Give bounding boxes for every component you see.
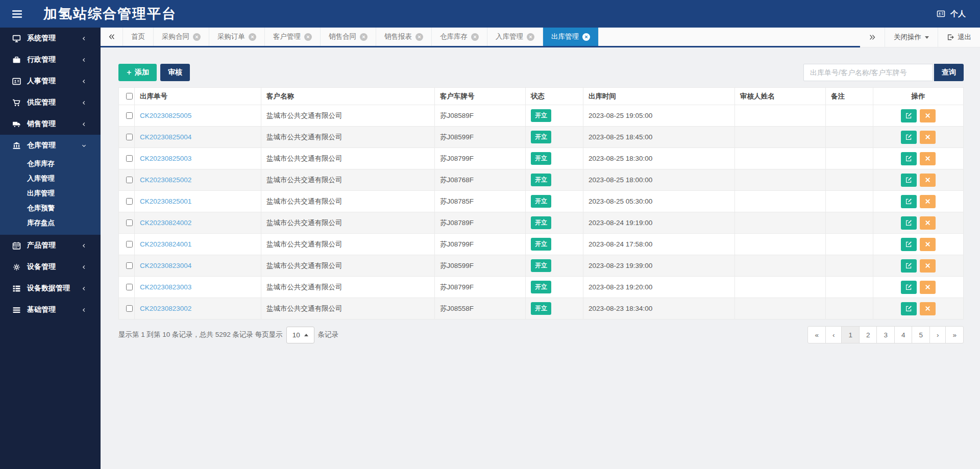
sidebar-item[interactable]: 产品管理 <box>0 235 101 256</box>
tab-close-icon[interactable]: × <box>304 33 312 41</box>
row-checkbox[interactable] <box>126 112 133 119</box>
close-actions-dropdown[interactable]: 关闭操作 <box>885 28 938 47</box>
tabs-scroll-right-button[interactable] <box>860 28 885 47</box>
pagination-next-button[interactable]: › <box>929 326 946 343</box>
edit-button[interactable] <box>901 302 917 315</box>
edit-button[interactable] <box>901 109 917 122</box>
customer-cell: 盐城市公共交通有限公司 <box>261 191 435 212</box>
pagination-first-button[interactable]: « <box>807 326 826 343</box>
user-menu[interactable]: 个人 <box>936 9 966 19</box>
sidebar-subitem[interactable]: 仓库库存 <box>0 156 101 171</box>
pagination-page-button[interactable]: 4 <box>894 326 913 343</box>
order-link[interactable]: CK20230823003 <box>140 283 191 291</box>
edit-button[interactable] <box>901 281 917 294</box>
edit-button[interactable] <box>901 195 917 208</box>
tab-close-icon[interactable]: × <box>360 33 368 41</box>
delete-button[interactable] <box>920 174 936 187</box>
sidebar-item[interactable]: 系统管理 <box>0 28 101 49</box>
delete-button[interactable] <box>920 109 936 122</box>
delete-button[interactable] <box>920 281 936 294</box>
delete-button[interactable] <box>920 259 936 273</box>
pagination-page-button[interactable]: 2 <box>859 326 877 343</box>
sidebar-item-label: 销售管理 <box>27 119 56 129</box>
row-checkbox[interactable] <box>126 241 133 248</box>
tab-item[interactable]: 采购合同× <box>154 28 209 46</box>
sidebar-toggle-icon[interactable] <box>12 10 22 18</box>
sidebar-item[interactable]: 人事管理 <box>0 70 101 92</box>
query-button[interactable]: 查询 <box>934 64 964 81</box>
tab-close-icon[interactable]: × <box>582 33 590 41</box>
select-all-checkbox[interactable] <box>126 93 133 100</box>
tab-item[interactable]: 采购订单× <box>209 28 265 46</box>
tab-item[interactable]: 销售报表× <box>376 28 432 46</box>
edit-button[interactable] <box>901 152 917 165</box>
sidebar-item[interactable]: 仓库管理 <box>0 135 101 156</box>
double-chevron-left-icon <box>108 33 115 40</box>
tab-item[interactable]: 出库管理× <box>543 28 599 46</box>
logout-button[interactable]: 退出 <box>938 28 980 47</box>
pagination-last-button[interactable]: » <box>945 326 964 343</box>
tab-close-icon[interactable]: × <box>471 33 479 41</box>
row-checkbox[interactable] <box>126 155 133 162</box>
search-input[interactable] <box>803 64 933 81</box>
tab-close-icon[interactable]: × <box>527 33 534 41</box>
plus-icon <box>126 69 132 76</box>
order-link[interactable]: CK20230825001 <box>140 198 191 205</box>
add-button[interactable]: 添加 <box>118 64 157 81</box>
pagination-page-button[interactable]: 3 <box>876 326 895 343</box>
sidebar-item[interactable]: 设备管理 <box>0 256 101 278</box>
sidebar-item[interactable]: 销售管理 <box>0 113 101 135</box>
edit-button[interactable] <box>901 216 917 230</box>
page-size-dropdown[interactable]: 10 <box>286 327 314 343</box>
delete-button[interactable] <box>920 238 936 251</box>
edit-button[interactable] <box>901 131 917 144</box>
row-checkbox[interactable] <box>126 305 133 312</box>
order-link[interactable]: CK20230825004 <box>140 133 191 141</box>
row-checkbox[interactable] <box>126 134 133 140</box>
row-checkbox[interactable] <box>126 284 133 290</box>
sidebar-subitem[interactable]: 出库管理 <box>0 186 101 201</box>
row-checkbox[interactable] <box>126 177 133 183</box>
sidebar-item[interactable]: 行政管理 <box>0 49 101 70</box>
tab-item[interactable]: 销售合同× <box>321 28 376 46</box>
delete-button[interactable] <box>920 302 936 315</box>
sidebar-subitem[interactable]: 入库管理 <box>0 171 101 186</box>
sidebar-subitem[interactable]: 仓库预警 <box>0 201 101 215</box>
tab-item[interactable]: 客户管理× <box>265 28 321 46</box>
sidebar-item[interactable]: 供应管理 <box>0 92 101 113</box>
edit-button[interactable] <box>901 174 917 187</box>
audit-button[interactable]: 审核 <box>160 64 190 81</box>
edit-icon <box>905 284 912 290</box>
order-link[interactable]: CK20230823004 <box>140 262 191 269</box>
sidebar-subitem[interactable]: 库存盘点 <box>0 215 101 230</box>
row-checkbox[interactable] <box>126 198 133 205</box>
tab-item[interactable]: 仓库库存× <box>432 28 487 46</box>
sidebar-group: 设备管理 <box>0 256 101 278</box>
order-link[interactable]: CK20230824002 <box>140 219 191 227</box>
delete-button[interactable] <box>920 216 936 230</box>
pagination-page-button[interactable]: 1 <box>841 326 860 343</box>
sidebar-item[interactable]: 设备数据管理 <box>0 278 101 299</box>
tab-close-icon[interactable]: × <box>415 33 423 41</box>
tab-close-icon[interactable]: × <box>193 33 201 41</box>
delete-button[interactable] <box>920 152 936 165</box>
order-link[interactable]: CK20230824001 <box>140 240 191 248</box>
edit-button[interactable] <box>901 238 917 251</box>
tab-item[interactable]: 入库管理× <box>487 28 543 46</box>
order-link[interactable]: CK20230825002 <box>140 176 191 184</box>
pagination-page-button[interactable]: 5 <box>912 326 930 343</box>
delete-button[interactable] <box>920 195 936 208</box>
sidebar-item[interactable]: 基础管理 <box>0 299 101 320</box>
pagination-prev-button[interactable]: ‹ <box>825 326 842 343</box>
order-link[interactable]: CK20230825003 <box>140 155 191 162</box>
chevron-left-icon <box>81 36 87 41</box>
tabs-scroll-left-button[interactable] <box>101 28 123 46</box>
row-checkbox[interactable] <box>126 219 133 226</box>
tab-close-icon[interactable]: × <box>249 33 256 41</box>
edit-button[interactable] <box>901 259 917 273</box>
order-link[interactable]: CK20230823002 <box>140 305 191 312</box>
order-link[interactable]: CK20230825005 <box>140 112 191 119</box>
tab-item[interactable]: 首页 <box>123 28 154 46</box>
row-checkbox[interactable] <box>126 262 133 269</box>
delete-button[interactable] <box>920 131 936 144</box>
